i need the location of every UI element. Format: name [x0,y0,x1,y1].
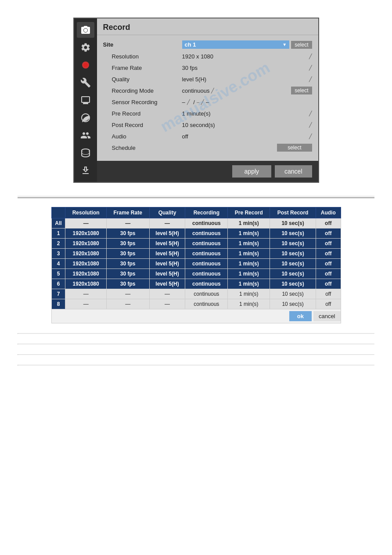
pre-record-edit-icon[interactable]: ╱ [309,111,312,116]
audio-label: Audio [103,133,182,140]
schedule-select-button[interactable]: select [277,144,312,152]
cell-quality: level 5(H) [149,249,185,259]
schedule-row: Schedule select [97,142,318,153]
cell-pre-record: 1 min(s) [228,279,270,289]
cell-framerate: 30 fps [106,259,149,269]
sidebar-icon-settings[interactable] [77,40,94,55]
framerate-row: Frame Rate 30 fps ╱ [97,62,318,73]
cell-ch: 1 [51,229,65,239]
sidebar-icon-network[interactable] [77,110,94,126]
sidebar-icon-monitor[interactable] [77,92,94,108]
pre-record-row: Pre Record 1 minute(s) ╱ [97,108,318,119]
sidebar-icon-record[interactable] [77,57,94,73]
ok-button[interactable]: ok [289,311,312,321]
cell-quality: level 5(H) [149,259,185,269]
cell-pre-record: 1 min(s) [228,259,270,269]
col-header-post-record: Post Record [270,207,316,218]
cell-resolution: — [65,299,106,309]
table-cancel-button[interactable]: cancel [313,311,341,321]
record-form: Site ch 1 ▼ select Resolution [97,35,318,161]
sensor-edit-2[interactable]: – [197,99,199,105]
table-footer: ok cancel [51,309,341,323]
recording-mode-select-button[interactable]: select [291,87,312,94]
sidebar-icon-tools[interactable] [77,75,94,91]
cell-ch: 8 [51,299,65,309]
site-select-box[interactable]: ch 1 ▼ [182,40,290,49]
quality-label: Quality [103,76,182,83]
cell-framerate: — [106,299,149,309]
cell-recording: continuous [185,279,228,289]
col-header-audio: Audio [316,207,341,218]
cell-pre-record: 1 min(s) [228,299,270,309]
monitor-icon [80,95,91,105]
audio-edit-icon[interactable]: ╱ [309,134,312,139]
table-row[interactable]: 3 1920x1080 30 fps level 5(H) continuous… [51,249,341,259]
cell-resolution: — [65,218,106,229]
cell-post-record: 10 sec(s) [270,239,316,249]
sensor-edit-3[interactable]: ╱ [201,99,204,105]
table-row[interactable]: 5 1920x1080 30 fps level 5(H) continuous… [51,269,341,279]
sidebar-icon-camera[interactable] [77,22,94,38]
cell-resolution: 1920x1080 [65,269,106,279]
page-wrapper: manualsive.com [0,0,392,555]
col-header-framerate: Frame Rate [106,207,149,218]
quality-edit-icon[interactable]: ╱ [309,76,312,82]
cell-audio: off [316,259,341,269]
sidebar-icon-storage[interactable] [77,145,94,161]
col-header-ch [51,207,65,218]
post-record-label: Post Record [103,122,182,128]
audio-row: Audio off ╱ [97,131,318,142]
post-record-row: Post Record 10 second(s) ╱ [97,119,318,131]
audio-value: off ╱ [182,133,312,140]
cell-framerate: 30 fps [106,269,149,279]
table-row[interactable]: 2 1920x1080 30 fps level 5(H) continuous… [51,239,341,249]
channel-table-container: Resolution Frame Rate Quality Recording … [51,207,341,323]
cell-ch: 4 [51,259,65,269]
framerate-label: Frame Rate [103,65,182,71]
framerate-text: 30 fps [182,65,198,71]
cell-ch: 5 [51,269,65,279]
gear-icon [80,42,91,53]
recording-mode-edit-icon[interactable]: ╱ [211,88,214,94]
framerate-edit-icon[interactable]: ╱ [309,65,312,71]
table-row[interactable]: 7 — — — continuous 1 min(s) 10 sec(s) of… [51,289,341,299]
record-dialog-buttons: apply cancel [97,161,318,182]
channel-table: Resolution Frame Rate Quality Recording … [51,207,341,309]
table-row[interactable]: 1 1920x1080 30 fps level 5(H) continuous… [51,229,341,239]
post-record-edit-icon[interactable]: ╱ [309,122,312,128]
recording-mode-value: continuous ╱ select [182,87,312,94]
cancel-button[interactable]: cancel [275,165,312,178]
cell-audio: off [316,279,341,289]
schedule-label: Schedule [103,145,182,151]
cell-post-record: 10 sec(s) [270,289,316,299]
sidebar-icon-download[interactable] [77,163,94,178]
table-row[interactable]: 4 1920x1080 30 fps level 5(H) continuous… [51,259,341,269]
recording-mode-inner: continuous ╱ [182,87,215,94]
cell-resolution: 1920x1080 [65,239,106,249]
record-dialog-container: Record Site ch 1 ▼ select [73,18,319,183]
cell-post-record: 10 sec(s) [270,229,316,239]
sidebar-icon-users[interactable] [77,127,94,143]
cell-ch: 2 [51,239,65,249]
audio-text: off [182,133,188,140]
resolution-value: 1920 x 1080 ╱ [182,53,312,60]
site-select-button[interactable]: select [291,41,312,49]
post-record-text: 10 second(s) [182,122,215,128]
cell-post-record: 10 sec(s) [270,249,316,259]
cell-ch: 7 [51,289,65,299]
cell-recording: continuous [185,299,228,309]
table-row[interactable]: All — — — continuous 1 min(s) 10 sec(s) … [51,218,341,229]
cell-resolution: 1920x1080 [65,229,106,239]
col-header-resolution: Resolution [65,207,106,218]
resolution-edit-icon[interactable]: ╱ [309,54,312,59]
table-header-row: Resolution Frame Rate Quality Recording … [51,207,341,218]
sensor-edit-1[interactable]: ╱ [187,99,190,105]
sensor-dash-1: – [182,99,185,105]
table-row[interactable]: 6 1920x1080 30 fps level 5(H) continuous… [51,279,341,289]
apply-button[interactable]: apply [232,165,271,178]
cell-recording: continuous [185,249,228,259]
resolution-text: 1920 x 1080 [182,53,214,60]
table-row[interactable]: 8 — — — continuous 1 min(s) 10 sec(s) of… [51,299,341,309]
cell-framerate: — [106,218,149,229]
cell-recording: continuous [185,239,228,249]
